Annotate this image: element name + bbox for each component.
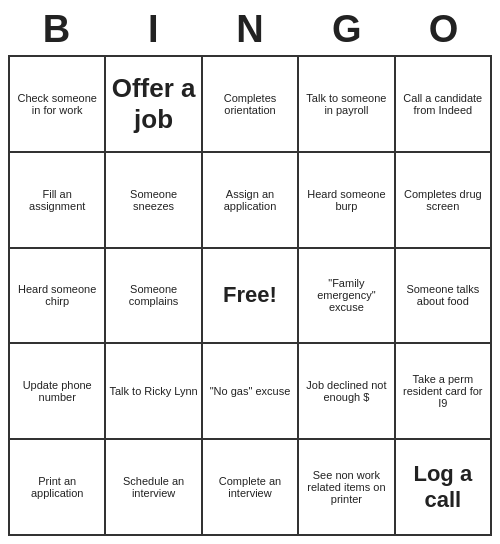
bingo-grid: Check someone in for workOffer a jobComp… xyxy=(8,55,492,536)
bingo-cell-r3c2: "No gas" excuse xyxy=(203,344,299,440)
bingo-cell-r0c2: Completes orientation xyxy=(203,57,299,153)
bingo-cell-r0c1: Offer a job xyxy=(106,57,202,153)
bingo-cell-r3c4: Take a perm resident card for I9 xyxy=(396,344,492,440)
bingo-cell-r2c3: "Family emergency" excuse xyxy=(299,249,395,345)
bingo-cell-r2c0: Heard someone chirp xyxy=(10,249,106,345)
bingo-header: B I N G O xyxy=(8,8,492,51)
bingo-cell-r1c3: Heard someone burp xyxy=(299,153,395,249)
letter-n: N xyxy=(206,8,294,51)
bingo-cell-r0c3: Talk to someone in payroll xyxy=(299,57,395,153)
bingo-cell-r2c2: Free! xyxy=(203,249,299,345)
bingo-cell-r0c4: Call a candidate from Indeed xyxy=(396,57,492,153)
bingo-cell-r1c1: Someone sneezes xyxy=(106,153,202,249)
bingo-cell-r4c2: Complete an interview xyxy=(203,440,299,536)
bingo-cell-r2c1: Someone complains xyxy=(106,249,202,345)
bingo-cell-r3c1: Talk to Ricky Lynn xyxy=(106,344,202,440)
letter-g: G xyxy=(303,8,391,51)
bingo-cell-r3c0: Update phone number xyxy=(10,344,106,440)
bingo-cell-r0c0: Check someone in for work xyxy=(10,57,106,153)
bingo-cell-r4c1: Schedule an interview xyxy=(106,440,202,536)
bingo-cell-r1c2: Assign an application xyxy=(203,153,299,249)
bingo-cell-r3c3: Job declined not enough $ xyxy=(299,344,395,440)
letter-i: I xyxy=(109,8,197,51)
bingo-cell-r1c0: Fill an assignment xyxy=(10,153,106,249)
bingo-cell-r4c3: See non work related items on printer xyxy=(299,440,395,536)
bingo-cell-r1c4: Completes drug screen xyxy=(396,153,492,249)
bingo-cell-r4c4: Log a call xyxy=(396,440,492,536)
letter-o: O xyxy=(400,8,488,51)
letter-b: B xyxy=(12,8,100,51)
bingo-cell-r4c0: Print an application xyxy=(10,440,106,536)
bingo-cell-r2c4: Someone talks about food xyxy=(396,249,492,345)
